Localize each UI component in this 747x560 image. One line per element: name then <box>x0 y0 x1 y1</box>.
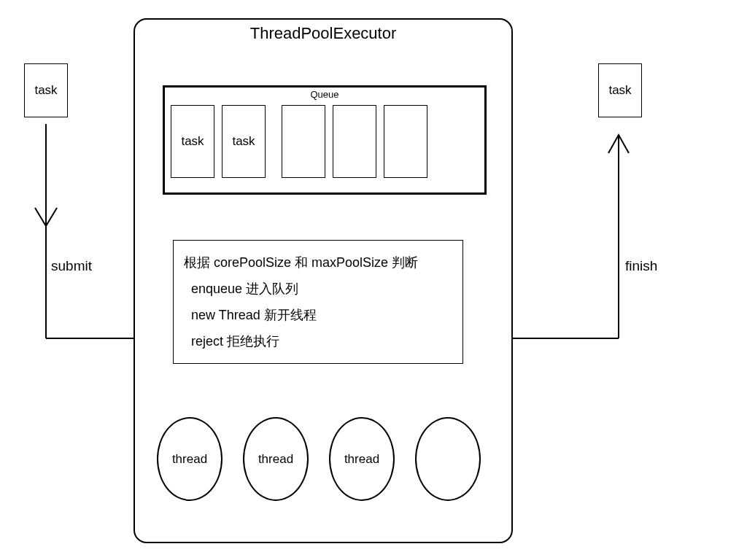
thread-label: thread <box>344 452 379 467</box>
right-task-box: task <box>598 63 642 117</box>
queue-slot-0: task <box>171 105 214 178</box>
submit-label: submit <box>51 258 92 274</box>
main-panel: ThreadPoolExecutor Queue task task 根据 co… <box>133 18 513 543</box>
queue-container: Queue task task <box>163 85 487 195</box>
decision-box: 根据 corePoolSize 和 maxPoolSize 判断 enqueue… <box>173 240 463 364</box>
decision-line-2: reject 拒绝执行 <box>191 328 452 354</box>
decision-line-1: new Thread 新开线程 <box>191 302 452 328</box>
threads-row: thread thread thread <box>157 417 481 501</box>
finish-label: finish <box>625 258 657 274</box>
queue-slot-1: task <box>222 105 266 178</box>
decision-line-0: enqueue 进入队列 <box>191 276 452 302</box>
queue-slot-3 <box>333 105 376 178</box>
thread-oval-1: thread <box>243 417 309 501</box>
left-task-label: task <box>34 83 57 98</box>
thread-oval-3 <box>415 417 481 501</box>
queue-slot-2 <box>282 105 325 178</box>
thread-oval-0: thread <box>157 417 222 501</box>
left-task-box: task <box>24 63 68 117</box>
decision-heading: 根据 corePoolSize 和 maxPoolSize 判断 <box>184 249 452 276</box>
queue-slot-label: task <box>232 134 255 149</box>
thread-oval-2: thread <box>329 417 395 501</box>
thread-label: thread <box>258 452 293 467</box>
submit-arrow-head-down <box>35 208 57 226</box>
thread-label: thread <box>172 452 207 467</box>
right-task-label: task <box>608 83 631 98</box>
queue-slots: task task <box>171 105 427 178</box>
queue-title: Queue <box>165 88 484 100</box>
finish-arrow-head-up <box>608 135 629 153</box>
queue-slot-4 <box>384 105 427 178</box>
queue-slot-label: task <box>181 134 204 149</box>
main-title: ThreadPoolExecutor <box>135 20 511 43</box>
